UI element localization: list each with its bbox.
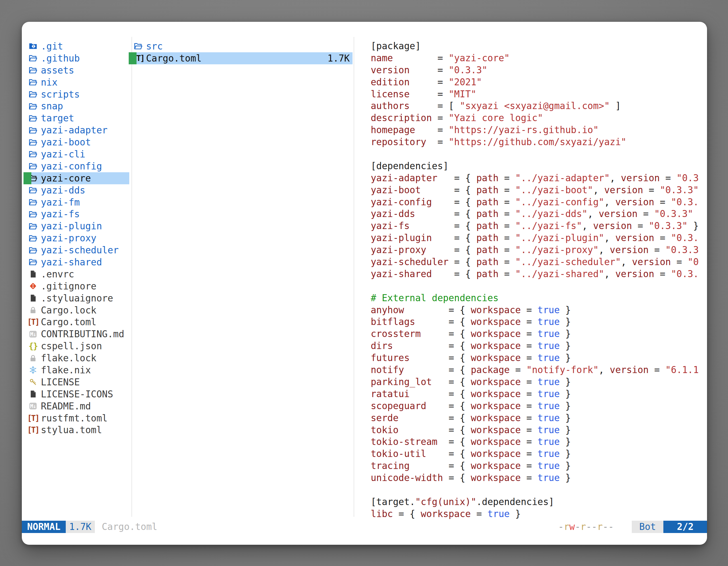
selection-marker	[24, 172, 31, 184]
file-row[interactable]: .gitignore	[26, 280, 129, 292]
entry-name: yazi-cli	[41, 149, 85, 160]
file-row[interactable]: flake.nix	[26, 364, 129, 376]
lock-icon	[28, 305, 38, 315]
entry-name: Cargo.lock	[41, 305, 97, 316]
dir-row[interactable]: yazi-fs	[26, 208, 129, 220]
folder-icon	[28, 245, 38, 255]
yazi-window: .git.githubassetsnixscriptssnaptargetyaz…	[22, 22, 707, 545]
file-row[interactable]: M↓README.md	[26, 400, 129, 412]
file-row[interactable]: LICENSE-ICONS	[26, 388, 129, 400]
folder-icon	[28, 221, 38, 231]
toml-icon: [T]	[28, 413, 38, 423]
pane-separator	[354, 37, 354, 517]
file-icon	[28, 269, 38, 279]
folder-icon	[28, 209, 38, 219]
preview-line: yazi-scheduler = { path = "../yazi-sched…	[371, 256, 699, 268]
dir-row[interactable]: yazi-cli	[26, 148, 129, 160]
folder-icon	[28, 53, 38, 63]
entry-name: .git	[41, 41, 63, 52]
preview-line: anyhow = { workspace = true }	[371, 304, 699, 316]
preview-line: yazi-fs = { path = "../yazi-fs", version…	[371, 220, 699, 232]
folder-icon	[28, 65, 38, 75]
preview-line: [package]	[371, 40, 699, 52]
dir-row[interactable]: .github	[26, 52, 129, 64]
file-row[interactable]: Cargo.lock	[26, 304, 129, 316]
dir-row[interactable]: snap	[26, 100, 129, 112]
file-row[interactable]: LICENSE	[26, 376, 129, 388]
parent-pane: .git.githubassetsnixscriptssnaptargetyaz…	[26, 40, 129, 436]
file-row[interactable]: M↓CONTRIBUTING.md	[26, 328, 129, 340]
file-row[interactable]: [T]Cargo.toml	[26, 316, 129, 328]
file-row[interactable]: .envrc	[26, 268, 129, 280]
dir-row[interactable]: yazi-boot	[26, 136, 129, 148]
dir-row[interactable]: .git	[26, 40, 129, 52]
dir-row[interactable]: scripts	[26, 88, 129, 100]
dir-row[interactable]: src	[131, 40, 353, 52]
entry-size: 1.7K	[328, 53, 353, 64]
preview-line: scopeguard = { workspace = true }	[371, 400, 699, 412]
preview-line: description = "Yazi core logic"	[371, 112, 699, 124]
preview-line: yazi-dds = { path = "../yazi-dds", versi…	[371, 208, 699, 220]
preview-line: license = "MIT"	[371, 88, 699, 100]
entry-name: LICENSE	[41, 377, 80, 387]
dir-row[interactable]: yazi-config	[26, 160, 129, 172]
entry-name: .gitignore	[41, 281, 97, 292]
preview-line: libc = { workspace = true }	[371, 508, 699, 520]
preview-line: yazi-adapter = { path = "../yazi-adapter…	[371, 172, 699, 184]
dir-row[interactable]: yazi-fm	[26, 196, 129, 208]
dir-row[interactable]: yazi-proxy	[26, 232, 129, 244]
folder-icon	[28, 257, 38, 267]
nix-icon	[28, 365, 38, 375]
preview-line: repository = "https://github.com/sxyazi/…	[371, 136, 699, 148]
folder-icon	[28, 77, 38, 87]
git-folder-icon	[28, 41, 38, 51]
dir-row[interactable]: yazi-shared	[26, 256, 129, 268]
preview-line: edition = "2021"	[371, 76, 699, 88]
dir-row[interactable]: yazi-core	[26, 172, 129, 184]
preview-line: # External dependencies	[371, 292, 699, 304]
toml-icon: [T]	[28, 317, 38, 327]
entry-name: rustfmt.toml	[41, 413, 107, 424]
preview-line: yazi-shared = { path = "../yazi-shared",…	[371, 268, 699, 280]
entry-name: Cargo.toml	[41, 316, 97, 327]
dir-row[interactable]: yazi-adapter	[26, 124, 129, 136]
entry-name: assets	[41, 65, 74, 76]
folder-icon	[28, 137, 38, 147]
preview-line: tokio = { workspace = true }	[371, 424, 699, 436]
entry-name: yazi-config	[41, 161, 102, 172]
preview-line: [target."cfg(unix)".dependencies]	[371, 496, 699, 508]
file-row[interactable]: [T]rustfmt.toml	[26, 412, 129, 424]
dir-row[interactable]: nix	[26, 76, 129, 88]
pane-separator	[131, 37, 132, 517]
entry-name: .envrc	[41, 269, 74, 280]
preview-line	[371, 484, 699, 496]
entry-name: scripts	[41, 89, 80, 100]
file-row[interactable]: .styluaignore	[26, 292, 129, 304]
entry-name: src	[146, 41, 163, 52]
preview-line: yazi-plugin = { path = "../yazi-plugin",…	[371, 232, 699, 244]
selection-marker	[129, 52, 137, 64]
filename-label: Cargo.toml	[102, 521, 158, 533]
dir-row[interactable]: yazi-scheduler	[26, 244, 129, 256]
markdown-icon: M↓	[28, 329, 38, 339]
folder-icon	[28, 89, 38, 99]
preview-line: yazi-boot = { path = "../yazi-boot", ver…	[371, 184, 699, 196]
file-row[interactable]: [T]stylua.toml	[26, 424, 129, 436]
preview-pane: [package]name = "yazi-core"version = "0.…	[371, 40, 699, 520]
entry-name: yazi-boot	[41, 137, 91, 148]
git-icon	[28, 281, 38, 291]
file-row[interactable]: {}cspell.json	[26, 340, 129, 352]
entry-name: .styluaignore	[41, 293, 113, 304]
dir-row[interactable]: yazi-plugin	[26, 220, 129, 232]
entry-name: yazi-dds	[41, 185, 85, 196]
dir-row[interactable]: yazi-dds	[26, 184, 129, 196]
json-icon: {}	[28, 341, 38, 351]
dir-row[interactable]: assets	[26, 64, 129, 76]
file-row[interactable]: [T]Cargo.toml1.7K	[131, 52, 353, 64]
preview-line: dirs = { workspace = true }	[371, 340, 699, 352]
entry-name: flake.nix	[41, 365, 91, 375]
entry-name: yazi-scheduler	[41, 245, 119, 256]
file-row[interactable]: flake.lock	[26, 352, 129, 364]
preview-line: crossterm = { workspace = true }	[371, 328, 699, 340]
dir-row[interactable]: target	[26, 112, 129, 124]
